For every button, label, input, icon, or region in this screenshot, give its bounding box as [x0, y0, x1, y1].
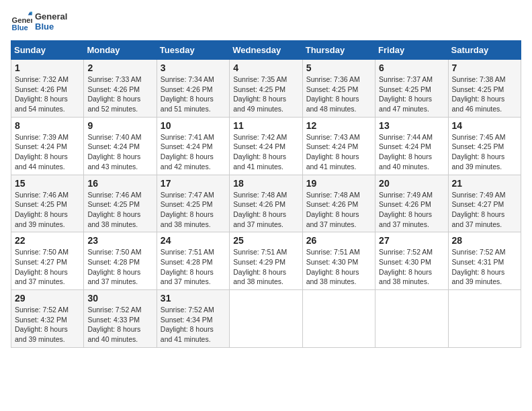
day-info: Sunrise: 7:52 AM Sunset: 4:33 PM Dayligh…: [87, 306, 141, 343]
day-cell: 7 Sunrise: 7:38 AM Sunset: 4:25 PM Dayli…: [448, 60, 521, 118]
day-number: 19: [306, 178, 371, 189]
day-cell: 19 Sunrise: 7:48 AM Sunset: 4:26 PM Dayl…: [302, 175, 375, 232]
day-number: 24: [161, 235, 226, 246]
day-cell: 20 Sunrise: 7:49 AM Sunset: 4:26 PM Dayl…: [375, 175, 448, 232]
day-cell: 5 Sunrise: 7:36 AM Sunset: 4:25 PM Dayli…: [302, 60, 375, 118]
day-cell: 8 Sunrise: 7:39 AM Sunset: 4:24 PM Dayli…: [11, 117, 84, 175]
day-info: Sunrise: 7:46 AM Sunset: 4:25 PM Dayligh…: [87, 191, 141, 228]
day-info: Sunrise: 7:52 AM Sunset: 4:30 PM Dayligh…: [379, 248, 433, 285]
day-info: Sunrise: 7:52 AM Sunset: 4:32 PM Dayligh…: [15, 306, 69, 343]
week-row-3: 15 Sunrise: 7:46 AM Sunset: 4:25 PM Dayl…: [11, 175, 521, 232]
day-number: 27: [379, 235, 444, 246]
day-info: Sunrise: 7:39 AM Sunset: 4:24 PM Dayligh…: [15, 133, 69, 171]
day-number: 2: [87, 62, 152, 73]
day-header-saturday: Saturday: [448, 41, 521, 60]
day-number: 12: [306, 120, 371, 131]
day-info: Sunrise: 7:48 AM Sunset: 4:26 PM Dayligh…: [233, 191, 287, 228]
day-info: Sunrise: 7:50 AM Sunset: 4:28 PM Dayligh…: [87, 248, 141, 285]
day-info: Sunrise: 7:51 AM Sunset: 4:28 PM Dayligh…: [161, 248, 214, 285]
svg-text:General: General: [12, 16, 32, 24]
day-cell: 14 Sunrise: 7:45 AM Sunset: 4:25 PM Dayl…: [448, 117, 521, 175]
day-number: 30: [87, 293, 152, 304]
day-cell: 24 Sunrise: 7:51 AM Sunset: 4:28 PM Dayl…: [157, 232, 229, 290]
day-number: 25: [233, 235, 298, 246]
day-info: Sunrise: 7:42 AM Sunset: 4:24 PM Dayligh…: [233, 133, 287, 171]
day-info: Sunrise: 7:51 AM Sunset: 4:30 PM Dayligh…: [306, 248, 360, 285]
day-cell: 10 Sunrise: 7:41 AM Sunset: 4:24 PM Dayl…: [157, 117, 229, 175]
day-number: 8: [15, 120, 80, 131]
day-number: 29: [15, 293, 80, 304]
day-cell: 31 Sunrise: 7:52 AM Sunset: 4:34 PM Dayl…: [157, 290, 229, 348]
day-info: Sunrise: 7:40 AM Sunset: 4:24 PM Dayligh…: [87, 133, 141, 171]
day-number: 22: [15, 235, 80, 246]
day-info: Sunrise: 7:43 AM Sunset: 4:24 PM Dayligh…: [306, 133, 360, 171]
week-row-5: 29 Sunrise: 7:52 AM Sunset: 4:32 PM Dayl…: [11, 290, 521, 348]
header-row: SundayMondayTuesdayWednesdayThursdayFrid…: [11, 41, 521, 60]
day-info: Sunrise: 7:52 AM Sunset: 4:31 PM Dayligh…: [452, 248, 506, 285]
day-info: Sunrise: 7:36 AM Sunset: 4:25 PM Dayligh…: [306, 75, 360, 113]
day-cell: 27 Sunrise: 7:52 AM Sunset: 4:30 PM Dayl…: [375, 232, 448, 290]
logo: General Blue General Blue: [11, 11, 67, 32]
calendar-table: SundayMondayTuesdayWednesdayThursdayFrid…: [11, 40, 521, 348]
day-cell: 17 Sunrise: 7:47 AM Sunset: 4:25 PM Dayl…: [157, 175, 229, 232]
day-header-thursday: Thursday: [302, 41, 375, 60]
day-number: 3: [161, 62, 226, 73]
day-number: 26: [306, 235, 371, 246]
day-cell: 23 Sunrise: 7:50 AM Sunset: 4:28 PM Dayl…: [84, 232, 157, 290]
day-header-sunday: Sunday: [11, 41, 84, 60]
day-header-tuesday: Tuesday: [157, 41, 229, 60]
day-cell: 1 Sunrise: 7:32 AM Sunset: 4:26 PM Dayli…: [11, 60, 84, 118]
day-info: Sunrise: 7:32 AM Sunset: 4:26 PM Dayligh…: [15, 75, 69, 113]
day-cell: [375, 290, 448, 348]
day-number: 9: [87, 120, 152, 131]
day-info: Sunrise: 7:44 AM Sunset: 4:24 PM Dayligh…: [379, 133, 433, 171]
day-info: Sunrise: 7:41 AM Sunset: 4:24 PM Dayligh…: [161, 133, 214, 171]
day-number: 5: [306, 62, 371, 73]
day-number: 13: [379, 120, 444, 131]
day-cell: 28 Sunrise: 7:52 AM Sunset: 4:31 PM Dayl…: [448, 232, 521, 290]
day-number: 23: [87, 235, 152, 246]
day-cell: 12 Sunrise: 7:43 AM Sunset: 4:24 PM Dayl…: [302, 117, 375, 175]
day-cell: 3 Sunrise: 7:34 AM Sunset: 4:26 PM Dayli…: [157, 60, 229, 118]
day-header-monday: Monday: [84, 41, 157, 60]
day-cell: 6 Sunrise: 7:37 AM Sunset: 4:25 PM Dayli…: [375, 60, 448, 118]
day-info: Sunrise: 7:51 AM Sunset: 4:29 PM Dayligh…: [233, 248, 287, 285]
day-cell: 16 Sunrise: 7:46 AM Sunset: 4:25 PM Dayl…: [84, 175, 157, 232]
day-info: Sunrise: 7:34 AM Sunset: 4:26 PM Dayligh…: [161, 75, 214, 113]
day-cell: [302, 290, 375, 348]
day-info: Sunrise: 7:35 AM Sunset: 4:25 PM Dayligh…: [233, 75, 287, 113]
day-info: Sunrise: 7:50 AM Sunset: 4:27 PM Dayligh…: [15, 248, 69, 285]
day-info: Sunrise: 7:33 AM Sunset: 4:26 PM Dayligh…: [87, 75, 141, 113]
day-number: 10: [161, 120, 226, 131]
day-info: Sunrise: 7:38 AM Sunset: 4:25 PM Dayligh…: [452, 75, 506, 113]
week-row-4: 22 Sunrise: 7:50 AM Sunset: 4:27 PM Dayl…: [11, 232, 521, 290]
day-number: 11: [233, 120, 298, 131]
day-info: Sunrise: 7:49 AM Sunset: 4:26 PM Dayligh…: [379, 191, 433, 228]
day-number: 17: [161, 178, 226, 189]
day-number: 28: [452, 235, 517, 246]
day-info: Sunrise: 7:49 AM Sunset: 4:27 PM Dayligh…: [452, 191, 506, 228]
day-info: Sunrise: 7:52 AM Sunset: 4:34 PM Dayligh…: [161, 306, 214, 343]
day-info: Sunrise: 7:46 AM Sunset: 4:25 PM Dayligh…: [15, 191, 69, 228]
day-number: 21: [452, 178, 517, 189]
day-cell: 13 Sunrise: 7:44 AM Sunset: 4:24 PM Dayl…: [375, 117, 448, 175]
day-info: Sunrise: 7:37 AM Sunset: 4:25 PM Dayligh…: [379, 75, 433, 113]
day-number: 31: [161, 293, 226, 304]
week-row-1: 1 Sunrise: 7:32 AM Sunset: 4:26 PM Dayli…: [11, 60, 521, 118]
day-number: 15: [15, 178, 80, 189]
week-row-2: 8 Sunrise: 7:39 AM Sunset: 4:24 PM Dayli…: [11, 117, 521, 175]
page-header: General Blue General Blue: [11, 11, 521, 32]
logo-general: General: [35, 11, 67, 21]
day-cell: 21 Sunrise: 7:49 AM Sunset: 4:27 PM Dayl…: [448, 175, 521, 232]
day-cell: 30 Sunrise: 7:52 AM Sunset: 4:33 PM Dayl…: [84, 290, 157, 348]
day-number: 18: [233, 178, 298, 189]
day-info: Sunrise: 7:48 AM Sunset: 4:26 PM Dayligh…: [306, 191, 360, 228]
day-cell: 4 Sunrise: 7:35 AM Sunset: 4:25 PM Dayli…: [230, 60, 302, 118]
day-cell: 18 Sunrise: 7:48 AM Sunset: 4:26 PM Dayl…: [230, 175, 302, 232]
day-number: 14: [452, 120, 517, 131]
day-info: Sunrise: 7:47 AM Sunset: 4:25 PM Dayligh…: [161, 191, 214, 228]
day-cell: 22 Sunrise: 7:50 AM Sunset: 4:27 PM Dayl…: [11, 232, 84, 290]
day-number: 6: [379, 62, 444, 73]
logo-blue: Blue: [35, 21, 67, 32]
svg-text:Blue: Blue: [12, 24, 28, 32]
